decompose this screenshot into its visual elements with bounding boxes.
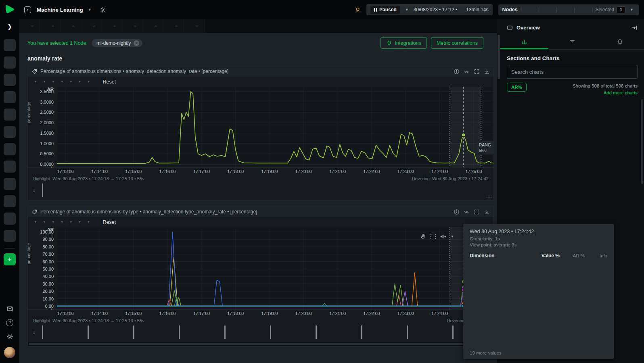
control-dropdown[interactable]: ▼ bbox=[41, 80, 46, 83]
control-dropdown[interactable]: ▼ bbox=[85, 80, 90, 83]
node-status[interactable]: | bbox=[556, 6, 571, 13]
space-tile[interactable] bbox=[4, 126, 16, 138]
tab-alerts[interactable] bbox=[596, 35, 644, 49]
space-tile[interactable] bbox=[4, 178, 16, 190]
nav-tab[interactable] bbox=[163, 19, 184, 33]
add-more-charts-link[interactable]: Add more charts bbox=[604, 90, 638, 95]
section-item[interactable] bbox=[500, 199, 644, 210]
tab-charts[interactable] bbox=[500, 35, 548, 49]
space-tile[interactable] bbox=[4, 39, 16, 51]
help-icon[interactable]: ? bbox=[6, 319, 13, 326]
control-dropdown[interactable]: ▼ bbox=[59, 80, 64, 83]
settings-gear-icon[interactable] bbox=[6, 333, 13, 340]
legend-item[interactable] bbox=[88, 325, 128, 339]
nav-tab[interactable] bbox=[143, 19, 163, 33]
space-name[interactable]: Machine Learning bbox=[37, 7, 83, 13]
legend-item[interactable] bbox=[224, 325, 265, 339]
space-tile[interactable] bbox=[4, 195, 16, 207]
nav-tab[interactable] bbox=[122, 19, 143, 33]
control-dropdown[interactable]: ▼ bbox=[41, 220, 46, 224]
control-dropdown[interactable]: ▼ bbox=[59, 220, 64, 224]
control-dropdown[interactable]: ▼ bbox=[76, 220, 82, 224]
sidebar-scrollbar[interactable] bbox=[641, 99, 643, 184]
selected-node-chip[interactable]: ml-demo-nightly ✕ bbox=[92, 39, 142, 47]
info-icon[interactable] bbox=[454, 209, 460, 215]
axis-info-icon[interactable]: i bbox=[51, 307, 52, 311]
compare-icon[interactable] bbox=[464, 209, 470, 215]
resize-grip-icon[interactable]: ∷∷ bbox=[486, 194, 492, 199]
space-tile[interactable] bbox=[4, 74, 16, 86]
search-charts-input[interactable] bbox=[507, 65, 638, 79]
expand-icon[interactable] bbox=[474, 209, 480, 215]
section-item[interactable] bbox=[500, 188, 644, 199]
legend-item[interactable] bbox=[361, 325, 401, 339]
reset-button[interactable]: Reset bbox=[102, 219, 116, 225]
compare-icon[interactable] bbox=[464, 69, 470, 75]
nav-tab[interactable] bbox=[61, 19, 81, 33]
horizontal-zoom-icon[interactable] bbox=[440, 234, 446, 240]
node-status[interactable]: | bbox=[574, 6, 589, 13]
space-tile[interactable] bbox=[4, 108, 16, 121]
space-tile[interactable] bbox=[4, 91, 16, 103]
legend-item[interactable] bbox=[407, 325, 447, 339]
tab-filters[interactable] bbox=[548, 35, 596, 49]
section-item[interactable] bbox=[500, 154, 644, 166]
legend-item[interactable] bbox=[133, 325, 174, 339]
date-range[interactable]: 30/08/2023 • 17:12 • bbox=[414, 7, 458, 13]
more-values-link[interactable]: 19 more values bbox=[470, 350, 607, 355]
ar-filter-chip[interactable]: AR% bbox=[507, 83, 527, 92]
control-dropdown[interactable]: ▼ bbox=[50, 80, 55, 83]
legend-item[interactable] bbox=[42, 325, 82, 339]
metric-correlations-button[interactable]: Metric correlations bbox=[431, 37, 483, 49]
control-dropdown[interactable]: ▼ bbox=[67, 80, 73, 83]
control-dropdown[interactable]: ▼ bbox=[50, 220, 55, 224]
select-area-icon[interactable] bbox=[431, 234, 436, 239]
pan-hand-icon[interactable] bbox=[420, 234, 426, 240]
chart-plot-area[interactable]: RANG55s bbox=[57, 87, 493, 167]
space-tile[interactable] bbox=[4, 143, 16, 155]
collapse-sidebar-icon[interactable] bbox=[631, 25, 638, 31]
nav-tab[interactable] bbox=[81, 19, 102, 33]
node-status[interactable]: | bbox=[538, 6, 553, 13]
download-icon[interactable] bbox=[484, 69, 490, 75]
legend-item[interactable] bbox=[270, 325, 310, 339]
netdata-logo[interactable] bbox=[4, 4, 15, 16]
control-dropdown[interactable]: ▼ bbox=[32, 80, 37, 83]
news-icon[interactable] bbox=[6, 305, 13, 312]
nav-tab[interactable] bbox=[40, 19, 61, 33]
pause-button[interactable]: Paused bbox=[370, 6, 400, 14]
nav-tab[interactable] bbox=[19, 19, 40, 33]
legend-scroll-icon[interactable]: ↓ bbox=[33, 329, 36, 335]
legend-scrollbar[interactable] bbox=[28, 342, 493, 346]
section-item[interactable] bbox=[500, 110, 644, 121]
add-space-button[interactable]: + bbox=[4, 253, 16, 265]
section-item[interactable] bbox=[500, 144, 644, 155]
nav-tab[interactable] bbox=[102, 19, 122, 33]
axis-info-icon[interactable]: i bbox=[51, 165, 52, 169]
space-tile[interactable] bbox=[4, 161, 16, 173]
space-settings-icon[interactable] bbox=[100, 7, 106, 13]
legend-item[interactable] bbox=[42, 184, 82, 197]
section-item[interactable] bbox=[500, 166, 644, 177]
user-avatar[interactable] bbox=[4, 347, 15, 358]
chevron-down-icon[interactable]: ▼ bbox=[405, 8, 409, 12]
space-tile[interactable] bbox=[4, 230, 16, 242]
legend-item[interactable] bbox=[316, 325, 356, 339]
chart-plot-area[interactable]: ▼ bbox=[57, 227, 493, 309]
close-icon[interactable]: ✕ bbox=[134, 40, 139, 46]
section-item[interactable] bbox=[500, 132, 644, 144]
legend-scroll-icon[interactable]: ↓ bbox=[33, 187, 36, 193]
chevron-down-icon[interactable]: ▼ bbox=[451, 235, 454, 238]
reset-button[interactable]: Reset bbox=[102, 79, 116, 85]
playback-control[interactable]: Paused ▼ 30/08/2023 • 17:12 • 13min 14s bbox=[366, 4, 493, 15]
download-icon[interactable] bbox=[484, 209, 490, 215]
bulb-icon[interactable] bbox=[355, 7, 361, 13]
space-tile[interactable] bbox=[4, 56, 16, 69]
chevron-down-icon[interactable]: ▼ bbox=[88, 8, 92, 12]
node-status[interactable]: | bbox=[521, 6, 535, 13]
chevron-down-icon[interactable]: ▼ bbox=[630, 8, 634, 12]
expand-rail-button[interactable]: ❯ bbox=[7, 23, 13, 30]
nav-tab[interactable] bbox=[184, 19, 205, 33]
section-item[interactable] bbox=[500, 177, 644, 188]
control-dropdown[interactable]: ▼ bbox=[76, 80, 82, 83]
